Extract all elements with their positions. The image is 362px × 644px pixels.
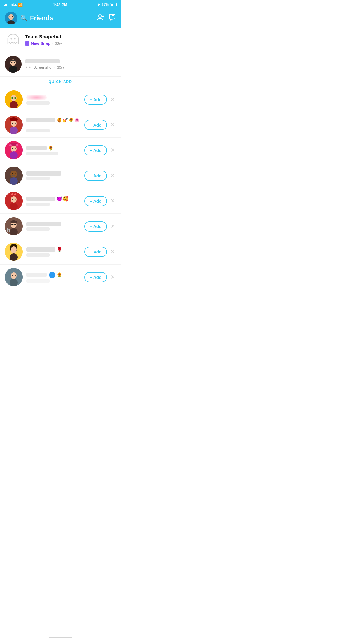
qa-sub-4 [26,177,50,180]
svg-point-43 [15,173,16,174]
svg-point-33 [10,151,18,159]
svg-point-58 [10,220,17,223]
svg-point-38 [16,144,18,146]
add-button-4[interactable]: + Add [84,171,107,181]
qa-name-row-3: 🌻 [26,145,81,151]
svg-point-47 [12,199,13,200]
wifi-icon: 📶 [18,3,23,7]
team-snapchat-info: Team Snapchat New Snap · 33w [25,34,116,46]
blurred-friend-avatar [5,56,22,73]
carrier-label: mt:s [10,3,17,7]
svg-point-4 [12,16,13,17]
quick-add-header: QUICK ADD [0,76,121,87]
add-button-8[interactable]: + Add [84,272,107,282]
dismiss-button-7[interactable]: ✕ [109,247,116,256]
svg-point-32 [11,146,17,152]
qa-info-1 [26,94,81,105]
search-bar[interactable]: 🔍 Friends [20,14,94,22]
qa-avatar-2 [5,116,23,134]
dismiss-button-4[interactable]: ✕ [109,171,116,180]
user-avatar[interactable] [5,12,17,24]
dismiss-button-3[interactable]: ✕ [109,146,116,155]
team-snapchat-sub: New Snap · 33w [25,41,116,46]
svg-point-16 [11,62,12,63]
qa-sub-8 [26,279,50,283]
qa-name-row-7: 🌹 [26,247,81,252]
svg-point-41 [10,177,18,185]
svg-rect-59 [11,224,13,225]
qa-blurred-name-1 [26,94,47,100]
svg-point-29 [15,123,16,124]
dismiss-button-2[interactable]: ✕ [109,120,116,129]
location-icon: ➤ [97,3,100,7]
add-button-5[interactable]: + Add [84,196,107,206]
dismiss-button-8[interactable]: ✕ [109,273,116,281]
qa-actions-5: + Add ✕ [84,196,116,206]
dismiss-button-6[interactable]: ✕ [109,222,116,231]
svg-point-34 [12,148,13,149]
qa-avatar-4 [5,167,23,185]
qa-avatar-1: $ $ [5,90,23,108]
header-title: Friends [30,14,53,22]
svg-point-3 [10,16,10,17]
dismiss-button-5[interactable]: ✕ [109,197,116,205]
dismiss-button-1[interactable]: ✕ [109,95,116,104]
svg-point-27 [10,127,18,134]
svg-point-12 [14,38,16,40]
qa-info-7: 🌹 [26,247,81,257]
header: 🔍 Friends [0,9,121,28]
add-button-2[interactable]: + Add [84,120,107,130]
blurred-friend-sub: ✦✦ Screenshot · 30w [25,65,116,69]
battery-percent: 37% [102,3,109,7]
dot-separator: · [52,41,53,46]
qa-blurred-name-6 [26,222,61,226]
svg-point-1 [8,14,14,20]
new-chat-button[interactable] [108,13,116,23]
add-friend-button[interactable] [97,13,104,23]
qa-info-5: 😈🥰 [26,196,81,206]
svg-point-55 [10,228,18,235]
search-icon: 🔍 [20,15,28,22]
status-left: mt:s 📶 [4,3,23,7]
qa-avatar-3 [5,141,23,159]
add-button-6[interactable]: + Add [84,221,107,232]
qa-avatar-7 [5,243,23,261]
qa-actions-8: + Add ✕ [84,272,116,282]
content: Team Snapchat New Snap · 33w ✦✦ [0,28,121,290]
svg-point-6 [99,15,101,18]
svg-point-48 [15,199,16,200]
team-snapchat-item[interactable]: Team Snapchat New Snap · 33w [0,28,121,52]
qa-actions-1: + Add ✕ [84,94,116,105]
qa-name-row-2: 🍯💅🌻🌸 · [26,117,81,128]
qa-emoji-3: 🌻 [48,145,54,151]
qa-sub-7 [26,253,50,257]
qa-actions-6: + Add ✕ [84,221,116,232]
quick-add-item-6: + Add ✕ [0,214,121,239]
qa-info-4 [26,171,81,180]
team-snapchat-time: 33w [55,41,62,46]
battery-indicator [110,3,117,6]
qa-blurred-name-7 [26,247,55,252]
qa-name-row-1 [26,94,81,100]
svg-point-67 [10,253,18,261]
svg-point-35 [15,148,16,149]
qa-actions-7: + Add ✕ [84,247,116,257]
qa-emoji-8: 🌻 [57,272,62,278]
add-button-7[interactable]: + Add [84,247,107,257]
svg-point-78 [15,275,16,276]
qa-info-6 [26,222,81,231]
blurred-friend-item[interactable]: ✦✦ Screenshot · 30w [0,52,121,76]
svg-point-46 [10,203,18,210]
qa-name-row-6 [26,222,81,226]
qa-sub-1 [26,102,50,105]
quick-add-item-2: 🍯💅🌻🌸 · + Add ✕ [0,112,121,138]
blurred-friend-info: ✦✦ Screenshot · 30w [25,59,116,69]
add-button-1[interactable]: + Add [84,94,107,105]
svg-point-11 [11,38,12,40]
qa-sub-6 [26,228,50,231]
qa-name-row-4 [26,171,81,176]
add-button-3[interactable]: + Add [84,145,107,155]
quick-add-item-1: $ $ + Add ✕ [0,87,121,112]
qa-avatar-5 [5,192,23,210]
screenshot-label: Screenshot [33,65,52,69]
